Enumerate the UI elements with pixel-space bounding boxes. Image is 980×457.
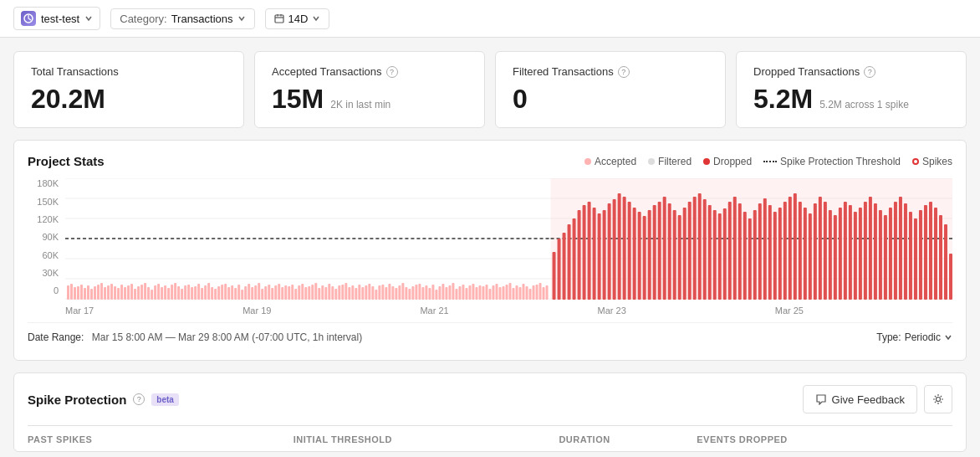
category-label: Category: (120, 13, 166, 25)
legend-threshold-line (763, 161, 777, 162)
svg-rect-227 (894, 202, 897, 300)
svg-rect-110 (385, 287, 387, 300)
date-range-bar: Date Range: Mar 15 8:00 AM — Mar 29 8:00… (28, 322, 952, 347)
svg-rect-64 (231, 285, 233, 300)
svg-rect-16 (70, 284, 73, 300)
svg-rect-217 (844, 202, 847, 300)
svg-rect-210 (809, 213, 812, 300)
svg-rect-158 (546, 285, 549, 300)
type-selector[interactable]: Type: Periodic (876, 331, 952, 343)
project-selector[interactable]: test-test (13, 7, 100, 30)
svg-rect-179 (653, 205, 656, 300)
svg-rect-81 (288, 286, 290, 300)
svg-rect-88 (311, 285, 314, 300)
svg-rect-146 (505, 285, 508, 300)
settings-button[interactable] (924, 385, 952, 413)
svg-rect-85 (301, 284, 304, 300)
svg-rect-180 (658, 202, 661, 300)
svg-rect-20 (84, 288, 86, 300)
x-label-mar21: Mar 21 (420, 306, 448, 316)
svg-rect-102 (358, 285, 360, 300)
spike-header: Spike Protection ? beta Give Feedback (28, 385, 952, 413)
category-filter[interactable]: Category: Transactions (110, 8, 254, 29)
svg-rect-95 (334, 289, 337, 300)
svg-rect-25 (100, 283, 103, 300)
svg-rect-139 (482, 286, 484, 300)
svg-rect-222 (869, 197, 872, 300)
svg-rect-218 (849, 205, 852, 300)
svg-rect-107 (375, 290, 377, 300)
svg-rect-18 (77, 286, 79, 300)
metric-accepted-value: 15M (272, 85, 324, 114)
svg-rect-73 (261, 289, 263, 300)
svg-rect-132 (458, 286, 461, 300)
svg-rect-23 (94, 286, 96, 300)
filtered-info-icon[interactable]: ? (618, 66, 630, 78)
svg-rect-97 (341, 285, 344, 300)
calendar-icon (274, 13, 284, 23)
svg-rect-68 (244, 286, 247, 300)
svg-rect-31 (120, 285, 123, 300)
svg-rect-98 (345, 283, 347, 300)
metric-total-value: 20.2M (31, 85, 227, 114)
legend-dropped: Dropped (703, 156, 752, 167)
svg-rect-156 (539, 283, 542, 300)
date-range-value: Mar 15 8:00 AM — Mar 29 8:00 AM (-07:00 … (92, 331, 362, 343)
svg-rect-199 (753, 210, 757, 300)
svg-rect-52 (191, 287, 193, 300)
date-filter[interactable]: 14D (265, 8, 330, 29)
svg-rect-200 (758, 203, 762, 300)
accepted-info-icon[interactable]: ? (386, 66, 398, 78)
metrics-row: Total Transactions 20.2M Accepted Transa… (13, 51, 967, 128)
svg-rect-151 (523, 284, 525, 300)
chart-header: Project Stats Accepted Filtered Dropped … (28, 154, 952, 168)
svg-rect-128 (445, 287, 447, 300)
svg-rect-46 (171, 285, 173, 300)
col-duration: DURATION (559, 434, 687, 444)
svg-rect-59 (214, 289, 217, 300)
svg-rect-165 (583, 205, 586, 300)
svg-rect-99 (348, 287, 350, 300)
svg-rect-177 (643, 216, 646, 300)
legend-dropped-label: Dropped (713, 156, 752, 167)
svg-rect-208 (799, 202, 802, 300)
project-chevron-icon (84, 14, 93, 23)
svg-rect-75 (268, 285, 270, 300)
svg-rect-224 (879, 210, 882, 300)
svg-rect-190 (708, 205, 712, 300)
project-name: test-test (41, 13, 79, 25)
svg-rect-43 (161, 287, 163, 300)
x-axis: Mar 17 Mar 19 Mar 21 Mar 23 Mar 25 (65, 302, 952, 316)
svg-rect-223 (874, 203, 877, 300)
svg-rect-201 (763, 198, 767, 300)
legend-accepted-label: Accepted (595, 156, 636, 167)
give-feedback-button[interactable]: Give Feedback (803, 385, 917, 413)
project-icon (21, 11, 36, 26)
svg-rect-204 (778, 208, 782, 300)
svg-rect-133 (462, 285, 464, 300)
svg-rect-109 (381, 285, 384, 300)
svg-rect-207 (794, 193, 797, 300)
svg-rect-152 (526, 286, 528, 300)
metric-total-title: Total Transactions (31, 65, 227, 78)
svg-rect-125 (435, 290, 437, 300)
svg-rect-195 (733, 197, 737, 300)
svg-rect-136 (472, 284, 474, 300)
legend-accepted-dot (584, 158, 591, 165)
date-range-label: Date Range: (28, 331, 84, 343)
svg-rect-82 (291, 285, 293, 300)
svg-rect-22 (90, 289, 93, 300)
svg-rect-205 (783, 202, 787, 300)
dropped-info-icon[interactable]: ? (864, 66, 875, 78)
main-content: Total Transactions 20.2M Accepted Transa… (0, 38, 980, 457)
spike-info-icon[interactable]: ? (133, 393, 145, 405)
svg-rect-56 (204, 285, 207, 300)
svg-rect-233 (924, 205, 927, 300)
svg-rect-238 (949, 254, 952, 300)
chart-plot: Mar 17 Mar 19 Mar 21 Mar 23 Mar 25 (65, 178, 952, 316)
svg-rect-211 (814, 203, 817, 300)
svg-rect-60 (217, 286, 220, 300)
svg-rect-159 (553, 252, 556, 300)
svg-rect-89 (314, 283, 317, 300)
svg-rect-91 (321, 285, 324, 300)
